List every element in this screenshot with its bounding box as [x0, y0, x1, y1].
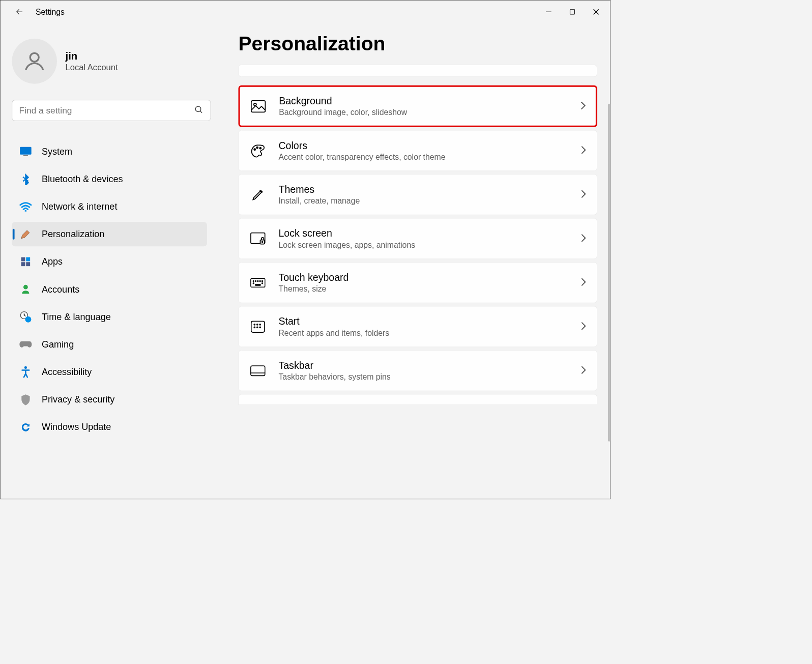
chevron-right-icon [581, 146, 587, 156]
card-title: Background [279, 95, 407, 107]
nav-label: Accessibility [42, 366, 92, 377]
card-subtitle: Install, create, manage [278, 196, 360, 206]
svg-rect-42 [251, 366, 265, 376]
svg-point-27 [253, 280, 254, 281]
sidebar-item-update[interactable]: Windows Update [12, 415, 207, 439]
user-block[interactable]: jin Local Account [12, 39, 207, 84]
svg-point-16 [25, 316, 31, 323]
card-title: Start [278, 315, 389, 327]
card-taskbar[interactable]: Taskbar Taskbar behaviors, system pins [238, 350, 597, 391]
card-themes[interactable]: Themes Install, create, manage [238, 174, 597, 215]
shield-icon [19, 393, 33, 407]
card-title: Taskbar [278, 360, 390, 371]
lockscreen-icon [249, 230, 266, 247]
card-subtitle: Themes, size [278, 284, 349, 294]
svg-point-21 [256, 147, 258, 148]
chevron-right-icon [581, 190, 587, 200]
palette-icon [249, 142, 266, 159]
card-cutoff-bottom[interactable] [238, 394, 597, 405]
sidebar-item-time[interactable]: Time & language [12, 305, 207, 329]
svg-point-33 [262, 282, 263, 283]
nav-label: Personalization [42, 229, 104, 240]
user-account-type: Local Account [66, 63, 118, 73]
svg-rect-7 [20, 147, 32, 155]
card-subtitle: Recent apps and items, folders [278, 328, 389, 337]
svg-point-38 [259, 324, 260, 325]
card-start[interactable]: Start Recent apps and items, folders [238, 306, 597, 347]
scrollbar[interactable] [608, 104, 611, 442]
svg-rect-12 [21, 262, 25, 266]
window-controls [537, 3, 608, 21]
chevron-right-icon [581, 234, 587, 244]
sidebar-item-gaming[interactable]: Gaming [12, 332, 207, 357]
nav-label: Accounts [42, 284, 79, 295]
svg-rect-1 [570, 10, 574, 14]
card-touchkeyboard[interactable]: Touch keyboard Themes, size [238, 262, 597, 303]
svg-rect-34 [255, 284, 260, 285]
svg-point-17 [24, 366, 27, 369]
card-cutoff-top[interactable] [238, 65, 597, 77]
chevron-right-icon [581, 322, 587, 332]
sidebar-item-bluetooth[interactable]: Bluetooth & devices [12, 167, 207, 191]
sidebar-item-personalization[interactable]: Personalization [12, 222, 207, 246]
update-icon [19, 420, 33, 434]
keyboard-icon [249, 274, 266, 291]
paintbrush-icon [19, 227, 33, 241]
svg-point-9 [24, 210, 26, 212]
nav-label: System [42, 146, 72, 157]
sidebar-item-accessibility[interactable]: Accessibility [12, 360, 207, 384]
svg-line-6 [200, 111, 202, 113]
title-bar: Settings [1, 1, 611, 23]
search-input[interactable] [19, 105, 194, 116]
maximize-button[interactable] [561, 3, 585, 21]
chevron-right-icon [581, 366, 587, 376]
close-button[interactable] [584, 3, 608, 21]
sidebar-item-system[interactable]: System [12, 139, 207, 164]
nav-label: Time & language [42, 311, 111, 322]
apps-icon [19, 255, 33, 269]
sidebar-item-apps[interactable]: Apps [12, 249, 207, 274]
svg-point-31 [262, 280, 263, 281]
nav-label: Apps [42, 256, 63, 267]
svg-point-30 [259, 280, 260, 281]
card-background[interactable]: Background Background image, color, slid… [238, 85, 597, 127]
card-title: Touch keyboard [278, 272, 349, 283]
picture-icon [250, 98, 267, 114]
back-button[interactable] [12, 4, 27, 19]
svg-point-32 [253, 282, 254, 283]
card-title: Colors [278, 139, 445, 151]
svg-rect-11 [26, 257, 30, 262]
sidebar-item-network[interactable]: Network & internet [12, 194, 207, 219]
start-icon [249, 318, 266, 335]
avatar [12, 39, 57, 84]
sidebar-item-accounts[interactable]: Accounts [12, 277, 207, 301]
search-box[interactable] [12, 100, 211, 121]
bluetooth-icon [19, 172, 33, 186]
minimize-button[interactable] [537, 3, 561, 21]
chevron-right-icon [581, 101, 586, 111]
card-subtitle: Lock screen images, apps, animations [278, 240, 415, 249]
sidebar-item-privacy[interactable]: Privacy & security [12, 387, 207, 412]
system-icon [19, 145, 33, 158]
nav: System Bluetooth & devices Network & int… [12, 139, 207, 440]
svg-point-29 [257, 280, 258, 281]
clock-globe-icon [19, 310, 33, 324]
taskbar-icon [249, 362, 266, 379]
svg-point-40 [257, 327, 258, 328]
search-icon [194, 105, 204, 116]
card-colors[interactable]: Colors Accent color, transparency effect… [238, 130, 597, 171]
svg-rect-8 [23, 155, 28, 156]
card-subtitle: Accent color, transparency effects, colo… [278, 152, 445, 161]
card-title: Lock screen [278, 227, 415, 239]
svg-point-25 [262, 241, 263, 242]
card-lockscreen[interactable]: Lock screen Lock screen images, apps, an… [238, 218, 597, 259]
svg-point-20 [254, 149, 255, 150]
svg-point-19 [254, 103, 256, 105]
card-subtitle: Background image, color, slideshow [279, 108, 407, 117]
wifi-icon [19, 200, 33, 214]
svg-point-5 [195, 106, 201, 112]
svg-point-41 [259, 327, 260, 328]
svg-rect-18 [251, 100, 266, 112]
nav-label: Windows Update [42, 422, 111, 432]
gamepad-icon [19, 337, 33, 351]
